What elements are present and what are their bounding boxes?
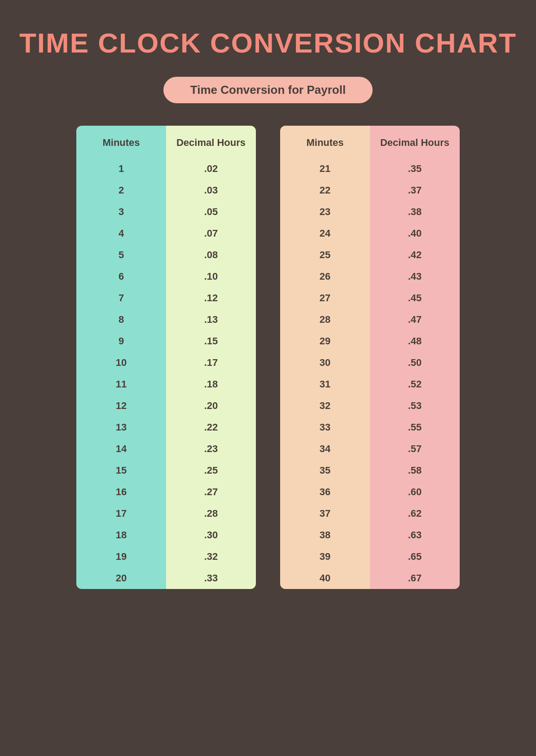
cell-min-39: 39 [280,546,370,567]
col-minutes-2: Minutes 21 22 23 24 25 26 27 28 29 30 31… [280,126,370,589]
cell-dec-38: .63 [370,524,460,546]
cell-min-26: 26 [280,266,370,287]
cell-dec-21: .35 [370,158,460,180]
cell-dec-35: .58 [370,460,460,481]
cell-dec-16: .27 [166,481,256,503]
cell-dec-31: .52 [370,374,460,395]
cell-dec-33: .55 [370,417,460,438]
cell-min-8: 8 [76,309,166,330]
cell-dec-20: .33 [166,567,256,589]
cell-dec-2: .03 [166,180,256,201]
group-spacer [261,126,275,589]
cell-dec-39: .65 [370,546,460,567]
cell-min-32: 32 [280,395,370,417]
cell-dec-7: .12 [166,287,256,309]
cell-min-9: 9 [76,330,166,352]
cell-min-3: 3 [76,201,166,223]
cell-dec-9: .15 [166,330,256,352]
cell-dec-36: .60 [370,481,460,503]
cell-min-18: 18 [76,524,166,546]
col1-header: Minutes [76,126,166,158]
cell-min-27: 27 [280,287,370,309]
cell-dec-3: .05 [166,201,256,223]
cell-dec-27: .45 [370,287,460,309]
cell-dec-29: .48 [370,330,460,352]
cell-min-30: 30 [280,352,370,374]
cell-dec-8: .13 [166,309,256,330]
cell-dec-5: .08 [166,244,256,266]
cell-min-2: 2 [76,180,166,201]
right-column-group: Minutes 21 22 23 24 25 26 27 28 29 30 31… [280,126,460,589]
left-column-group: Minutes 1 2 3 4 5 6 7 8 9 10 11 12 13 14… [76,126,256,589]
cell-dec-19: .32 [166,546,256,567]
col-decimal-1: Decimal Hours .02 .03 .05 .07 .08 .10 .1… [166,126,256,589]
cell-min-16: 16 [76,481,166,503]
subtitle-badge: Time Conversion for Payroll [163,77,373,103]
col-decimal-2: Decimal Hours .35 .37 .38 .40 .42 .43 .4… [370,126,460,589]
col3-header: Minutes [280,126,370,158]
cell-min-37: 37 [280,503,370,524]
cell-dec-14: .23 [166,438,256,460]
cell-min-35: 35 [280,460,370,481]
cell-min-23: 23 [280,201,370,223]
cell-dec-25: .42 [370,244,460,266]
cell-min-11: 11 [76,374,166,395]
cell-min-20: 20 [76,567,166,589]
cell-dec-32: .53 [370,395,460,417]
col-minutes-1: Minutes 1 2 3 4 5 6 7 8 9 10 11 12 13 14… [76,126,166,589]
cell-dec-4: .07 [166,223,256,244]
cell-dec-11: .18 [166,374,256,395]
cell-dec-15: .25 [166,460,256,481]
col4-header: Decimal Hours [370,126,460,158]
cell-dec-23: .38 [370,201,460,223]
cell-dec-10: .17 [166,352,256,374]
cell-min-22: 22 [280,180,370,201]
cell-dec-28: .47 [370,309,460,330]
cell-dec-13: .22 [166,417,256,438]
cell-dec-34: .57 [370,438,460,460]
cell-min-33: 33 [280,417,370,438]
main-title: TIME CLOCK CONVERSION CHART [19,27,517,59]
cell-min-28: 28 [280,309,370,330]
cell-min-10: 10 [76,352,166,374]
cell-dec-30: .50 [370,352,460,374]
col2-header: Decimal Hours [166,126,256,158]
cell-min-12: 12 [76,395,166,417]
cell-min-25: 25 [280,244,370,266]
cell-min-38: 38 [280,524,370,546]
cell-min-14: 14 [76,438,166,460]
cell-min-19: 19 [76,546,166,567]
cell-min-17: 17 [76,503,166,524]
cell-min-13: 13 [76,417,166,438]
cell-min-4: 4 [76,223,166,244]
cell-dec-26: .43 [370,266,460,287]
cell-min-7: 7 [76,287,166,309]
cell-min-15: 15 [76,460,166,481]
table-container: Minutes 1 2 3 4 5 6 7 8 9 10 11 12 13 14… [49,126,487,589]
cell-min-31: 31 [280,374,370,395]
cell-dec-1: .02 [166,158,256,180]
cell-min-24: 24 [280,223,370,244]
cell-min-29: 29 [280,330,370,352]
cell-dec-18: .30 [166,524,256,546]
cell-min-40: 40 [280,567,370,589]
cell-min-1: 1 [76,158,166,180]
cell-dec-6: .10 [166,266,256,287]
cell-min-5: 5 [76,244,166,266]
cell-dec-12: .20 [166,395,256,417]
cell-dec-24: .40 [370,223,460,244]
cell-dec-17: .28 [166,503,256,524]
cell-min-36: 36 [280,481,370,503]
cell-dec-37: .62 [370,503,460,524]
cell-min-34: 34 [280,438,370,460]
cell-dec-40: .67 [370,567,460,589]
subtitle-text: Time Conversion for Payroll [190,83,346,97]
cell-dec-22: .37 [370,180,460,201]
cell-min-21: 21 [280,158,370,180]
cell-min-6: 6 [76,266,166,287]
